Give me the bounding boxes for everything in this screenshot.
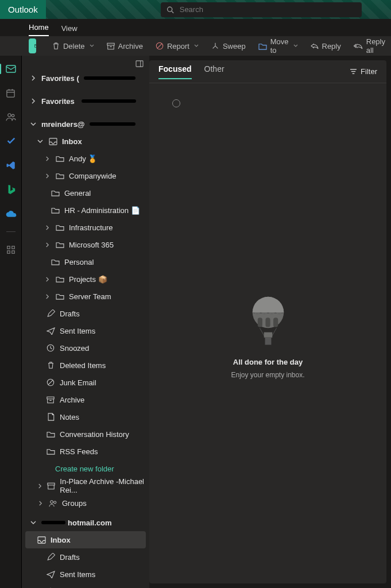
folder-snoozed[interactable]: Snoozed — [22, 339, 149, 357]
empty-title: All done for the day — [233, 358, 303, 366]
search-box[interactable] — [161, 2, 362, 17]
search-input[interactable] — [180, 5, 356, 14]
svg-line-22 — [48, 380, 53, 385]
folder-groups[interactable]: Groups — [22, 494, 149, 512]
new-mail-button[interactable]: New mail — [29, 38, 36, 53]
chevron-right-icon — [45, 156, 49, 161]
svg-line-5 — [157, 44, 162, 48]
todo-icon — [6, 136, 16, 146]
folder-icon — [47, 448, 55, 455]
rail-people[interactable] — [5, 111, 17, 123]
folder-deleted[interactable]: Deleted Items — [22, 357, 149, 374]
folder-drafts-2[interactable]: Drafts — [22, 548, 149, 566]
chevron-down-icon — [30, 122, 36, 126]
archive-button[interactable]: Archive — [101, 42, 149, 51]
create-folder-link[interactable]: Create new folder — [22, 460, 149, 477]
folder-rss[interactable]: RSS Feeds — [22, 443, 149, 460]
account-2[interactable]: hotmail.com — [22, 514, 149, 531]
favorites-section-2[interactable]: Favorites — [22, 92, 149, 110]
message-list-pane: Focused Other Filter — [149, 60, 386, 583]
rail-onedrive[interactable] — [5, 207, 17, 220]
folder-archive[interactable]: Archive — [22, 391, 149, 408]
archive-icon — [47, 396, 55, 404]
account-1[interactable]: mreinders@ — [22, 115, 149, 133]
people-icon — [6, 113, 16, 122]
folder-pane: Favorites ( Favorites mreinders@ Inbox A… — [22, 56, 149, 588]
tab-home[interactable]: Home — [29, 23, 49, 36]
chevron-down-icon — [194, 44, 199, 48]
send-icon — [47, 571, 55, 578]
tab-focused[interactable]: Focused — [158, 64, 192, 79]
folder-inplace-archive[interactable]: In-Place Archive -Michael Rei... — [22, 477, 149, 494]
chevron-right-icon — [45, 294, 49, 299]
report-button[interactable]: Report — [150, 42, 204, 51]
svg-rect-6 — [6, 65, 16, 72]
folder-conv-history[interactable]: Conversation History — [22, 425, 149, 443]
folder-serverteam[interactable]: Server Team — [22, 288, 149, 305]
app-rail — [0, 56, 22, 588]
reply-all-icon — [354, 42, 363, 49]
sweep-button[interactable]: Sweep — [206, 42, 251, 51]
send-icon — [47, 327, 55, 335]
sweep-icon — [211, 42, 219, 50]
folder-general[interactable]: General — [22, 184, 149, 202]
chevron-down-icon — [90, 44, 94, 48]
chevron-right-icon — [45, 173, 49, 179]
folder-icon — [56, 224, 64, 231]
collapse-pane-icon[interactable] — [136, 60, 144, 67]
svg-rect-33 — [257, 318, 262, 327]
folder-personal[interactable]: Personal — [22, 253, 149, 270]
filter-button[interactable]: Filter — [350, 67, 377, 76]
folder-hr[interactable]: HR - Administration 📄 — [22, 202, 149, 219]
rail-vscode[interactable] — [5, 159, 17, 172]
folder-infrastructure[interactable]: Infrastructure — [22, 219, 149, 236]
junk-icon — [47, 378, 55, 386]
calendar-icon — [6, 88, 16, 98]
favorites-section-1[interactable]: Favorites ( — [22, 69, 149, 87]
folder-scheduled[interactable]: Scheduled — [22, 583, 149, 588]
move-to-button[interactable]: Move to — [253, 37, 304, 55]
folder-icon — [56, 172, 64, 179]
folder-notes[interactable]: Notes — [22, 408, 149, 425]
draft-icon — [47, 553, 55, 561]
folder-sent[interactable]: Sent Items — [22, 322, 149, 339]
reply-button[interactable]: Reply — [305, 42, 347, 51]
folder-icon — [56, 241, 64, 248]
mail-icon — [6, 65, 16, 73]
folder-companywide[interactable]: Companywide — [22, 167, 149, 184]
rail-mail[interactable] — [5, 63, 17, 75]
svg-rect-24 — [48, 483, 55, 485]
chevron-down-icon — [30, 520, 36, 525]
search-icon — [167, 6, 174, 14]
archive-icon — [47, 482, 55, 490]
inbox-icon — [49, 138, 57, 145]
rail-todo[interactable] — [5, 135, 17, 148]
folder-sent-2[interactable]: Sent Items — [22, 566, 149, 583]
folder-drafts[interactable]: Drafts — [22, 305, 149, 322]
rail-more-apps[interactable] — [5, 243, 17, 256]
folder-icon — [56, 276, 64, 283]
redacted — [90, 122, 136, 126]
tab-other[interactable]: Other — [204, 64, 224, 79]
folder-inbox-2[interactable]: Inbox — [25, 531, 146, 548]
reply-all-button[interactable]: Reply all — [348, 37, 391, 55]
folder-icon — [51, 258, 60, 265]
rail-bing[interactable] — [5, 183, 17, 196]
folder-projects[interactable]: Projects 📦 — [22, 270, 149, 288]
cloud-icon — [5, 210, 17, 218]
focused-other-tabs: Focused Other — [158, 64, 224, 79]
folder-junk[interactable]: Junk Email — [22, 374, 149, 391]
folder-inbox[interactable]: Inbox — [22, 133, 149, 150]
rail-calendar[interactable] — [5, 87, 17, 99]
folder-icon — [47, 431, 55, 438]
chevron-right-icon — [45, 225, 49, 230]
folder-m365[interactable]: Microsoft 365 — [22, 236, 149, 253]
mail-icon — [34, 42, 36, 49]
svg-rect-15 — [7, 251, 9, 253]
tab-view[interactable]: View — [61, 24, 78, 36]
empty-subtitle: Enjoy your empty inbox. — [231, 371, 304, 379]
folder-andy[interactable]: Andy 🏅 — [22, 150, 149, 167]
delete-button[interactable]: Delete — [47, 42, 100, 51]
folder-icon — [51, 189, 60, 196]
bing-icon — [6, 184, 16, 195]
